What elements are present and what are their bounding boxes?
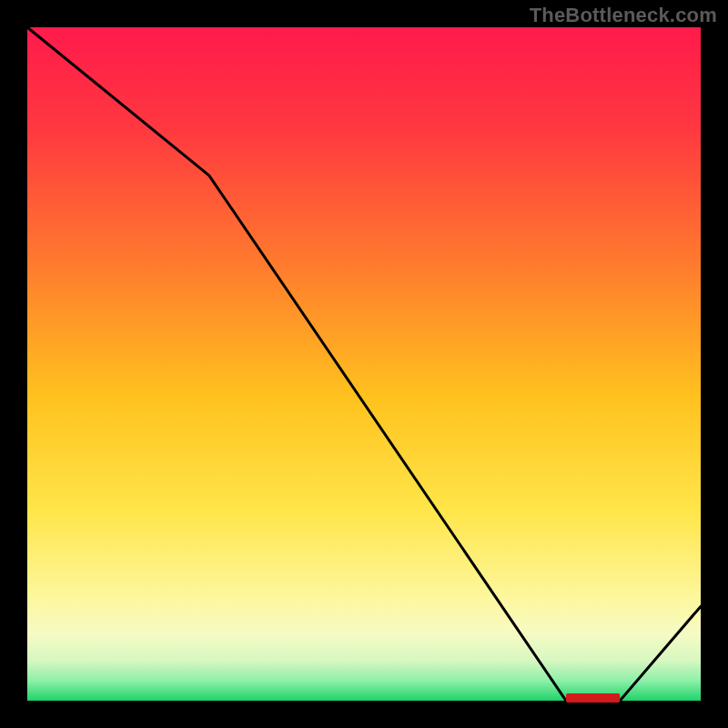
bottleneck-chart [0,0,728,728]
chart-container: { "watermark": "TheBottleneck.com", "cha… [0,0,728,728]
gradient-fill [27,27,701,701]
watermark-text: TheBottleneck.com [530,4,717,27]
annotation-bar [566,693,620,703]
